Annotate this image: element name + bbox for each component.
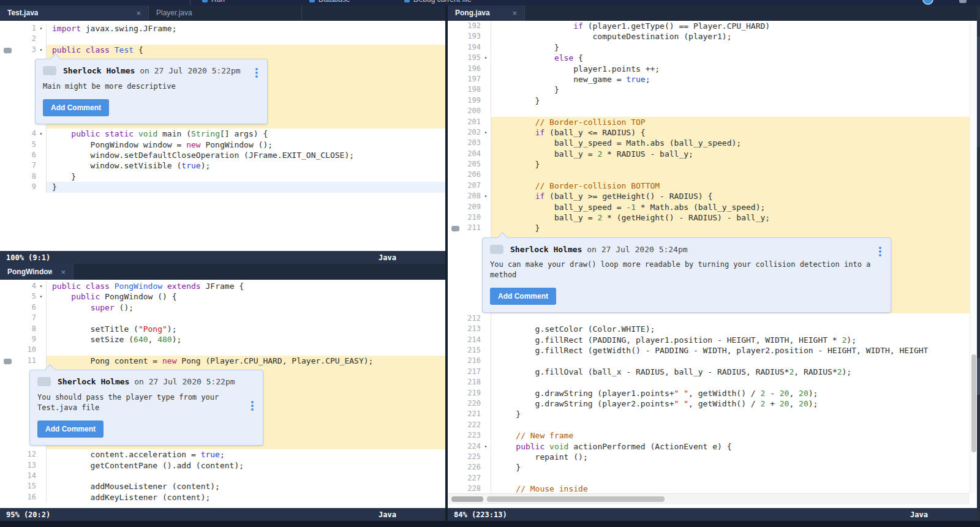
comment-marker-icon[interactable] — [4, 359, 12, 364]
code-editor[interactable]: 4▾public class PongWindow extends JFrame… — [0, 280, 445, 508]
code-text: g.fillRect (PADDING, player1.position - … — [491, 335, 977, 345]
comment-caret — [50, 53, 61, 64]
tab-label: Pong.java — [455, 9, 490, 17]
comment-marker-icon[interactable] — [451, 226, 459, 231]
code-text: public static void main (String[] args) … — [46, 129, 445, 139]
kebab-menu-icon[interactable] — [248, 400, 257, 412]
comment-area: Sherlock Holmes on 27 Jul 2020 5:22pmYou… — [46, 366, 445, 449]
tab-pong-java[interactable]: Pong.java× — [448, 5, 525, 21]
code-line: 194 } — [448, 42, 977, 53]
code-line: 221 } — [448, 409, 977, 419]
line-number: 11 — [12, 356, 36, 366]
fold-arrow-icon[interactable]: ▾ — [481, 441, 491, 452]
gear-icon[interactable] — [959, 0, 967, 3]
status-bar: 100% (9:1) Java — [0, 251, 445, 264]
line-number: 197 — [456, 74, 481, 84]
fold-arrow-icon[interactable]: ▾ — [36, 45, 46, 55]
gutter: 219 — [448, 388, 491, 398]
comment-body: You can make your draw() loop more reada… — [490, 260, 883, 280]
fold-arrow-icon[interactable]: ▾ — [36, 23, 46, 34]
code-text — [46, 471, 445, 481]
gutter: 194 — [448, 42, 491, 53]
editor-panel-test-java: Test.java×Player.java 1▾import javax.swi… — [0, 5, 445, 264]
scroll-cursor-position: 100% (9:1) — [6, 253, 50, 262]
syntax-mode-label[interactable]: Java — [910, 510, 928, 519]
fold-arrow-icon[interactable]: ▾ — [36, 129, 46, 139]
comment-header: Sherlock Holmes on 27 Jul 2020 5:22pm — [43, 65, 260, 76]
code-text: import javax.swing.JFrame; — [46, 23, 445, 34]
fold-arrow-icon[interactable]: ▾ — [481, 127, 491, 138]
add-comment-button[interactable]: Add Comment — [37, 420, 104, 438]
gutter: 3▾ — [0, 45, 46, 55]
panel-divider[interactable] — [445, 5, 448, 521]
code-line: 197 new_game = true; — [448, 74, 977, 84]
code-line: 2 — [0, 34, 445, 44]
line-number: 228 — [456, 484, 481, 493]
gutter: 192 — [448, 21, 491, 31]
line-number: 220 — [456, 398, 481, 409]
add-comment-button[interactable]: Add Comment — [43, 99, 109, 116]
toolbar-button-label: Run — [211, 0, 225, 6]
scrollbar-thumb[interactable] — [451, 496, 483, 502]
code-text: } — [491, 95, 977, 106]
syntax-mode-label[interactable]: Java — [379, 510, 396, 519]
code-line: 215 g.fillRect (getWidth() - PADDING - W… — [448, 345, 977, 356]
code-editor[interactable]: 1▾import javax.swing.JFrame;23▾public cl… — [0, 21, 445, 251]
comment-header: Sherlock Holmes on 27 Jul 2020 5:22pm — [37, 376, 255, 387]
fold-arrow-icon[interactable]: ▾ — [481, 53, 491, 63]
gutter: 11 — [0, 356, 46, 366]
line-number: 199 — [456, 95, 481, 106]
gutter: 215 — [448, 345, 491, 356]
tab-bar: Test.java×Player.java — [0, 5, 445, 21]
tab-label: Player.java — [156, 9, 192, 17]
comment-marker-icon[interactable] — [4, 48, 12, 53]
add-comment-button[interactable]: Add Comment — [490, 288, 556, 305]
database-button[interactable]: Database — [309, 0, 350, 6]
code-line: 216 — [448, 356, 977, 366]
code-text: public PongWindow () { — [46, 291, 445, 302]
vertical-scrollbar[interactable] — [970, 21, 977, 493]
run-button[interactable]: Run — [202, 0, 225, 6]
tab-pongwindow-[interactable]: PongWindow...× — [0, 264, 74, 280]
gutter: 8 — [0, 171, 46, 182]
code-line: 193 computeDestination (player1); — [448, 31, 977, 42]
kebab-menu-icon[interactable] — [252, 67, 261, 79]
comment-thread-row: Sherlock Holmes on 27 Jul 2020 5:22pmYou… — [0, 366, 445, 449]
line-number: 5 — [12, 291, 36, 302]
code-text — [46, 313, 445, 323]
status-bar: 95% (20:2) Java — [0, 508, 445, 521]
fold-arrow-icon[interactable]: ▾ — [481, 191, 491, 201]
scrollbar-thumb[interactable] — [487, 496, 665, 502]
code-text: if (ball_y <= RADIUS) { — [491, 127, 977, 138]
gutter: 209 — [448, 202, 491, 212]
horizontal-scrollbar[interactable] — [448, 493, 970, 504]
line-number: 210 — [456, 212, 481, 223]
code-line: 222 — [448, 420, 977, 430]
tab-close-icon[interactable]: × — [52, 267, 66, 277]
code-line: 207 // Border-collision BOTTOM — [448, 181, 977, 191]
fold-arrow-icon[interactable]: ▾ — [36, 281, 46, 291]
tab-label: Test.java — [7, 9, 38, 17]
line-number: 203 — [456, 138, 481, 148]
gutter: 207 — [448, 181, 491, 191]
line-number: 196 — [456, 64, 481, 74]
line-number: 4 — [12, 129, 36, 139]
tab-test-java[interactable]: Test.java× — [0, 5, 149, 21]
tab-close-icon[interactable]: × — [127, 9, 141, 18]
tab-close-icon[interactable]: × — [503, 9, 517, 18]
code-line: 211 } — [448, 223, 977, 233]
scroll-cursor-position: 84% (223:13) — [454, 510, 507, 519]
fold-arrow-icon[interactable]: ▾ — [36, 291, 46, 302]
gutter: 212 — [448, 313, 491, 324]
code-editor[interactable]: 192 if (player1.getType() == Player.CPU_… — [448, 21, 977, 493]
gutter: 213 — [448, 324, 491, 334]
scrollbar-thumb[interactable] — [971, 354, 976, 452]
gutter: 196 — [448, 64, 491, 74]
debug-button[interactable]: Debug current file — [404, 0, 472, 6]
syntax-mode-label[interactable]: Java — [379, 253, 396, 262]
window-bottom-edge — [0, 521, 980, 527]
comment-widget: Sherlock Holmes on 27 Jul 2020 5:24pmYou… — [482, 237, 891, 313]
kebab-menu-icon[interactable] — [876, 245, 884, 258]
line-number: 10 — [12, 345, 36, 355]
tab-player-java[interactable]: Player.java — [149, 5, 302, 21]
